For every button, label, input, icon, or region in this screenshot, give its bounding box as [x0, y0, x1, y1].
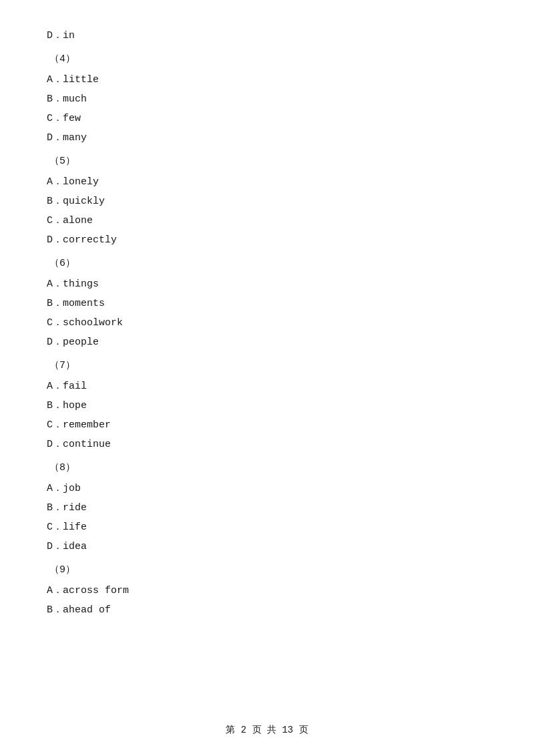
option-c-remember: C．remember — [47, 416, 487, 434]
option-c-schoolwork: C．schoolwork — [47, 314, 487, 332]
option-b-quickly: B．quickly — [47, 192, 487, 210]
option-b-moments: B．moments — [47, 295, 487, 313]
question-6: （6） — [47, 254, 487, 272]
page-content: D．in （4） A．little B．much C．few D．many （5… — [0, 0, 534, 660]
option-c-alone: C．alone — [47, 212, 487, 230]
option-c-few: C．few — [47, 110, 487, 128]
option-b-much: B．much — [47, 90, 487, 108]
question-7: （7） — [47, 357, 487, 375]
option-d-continue: D．continue — [47, 435, 487, 453]
option-d-correctly: D．correctly — [47, 231, 487, 249]
question-4: （4） — [47, 50, 487, 68]
option-a-fail: A．fail — [47, 377, 487, 395]
question-8: （8） — [47, 459, 487, 477]
option-c-life: C．life — [47, 518, 487, 536]
option-d-in: D．in — [47, 27, 487, 45]
option-a-lonely: A．lonely — [47, 173, 487, 191]
option-b-ride: B．ride — [47, 499, 487, 517]
option-b-ahead-of: B．ahead of — [47, 601, 487, 619]
option-d-idea: D．idea — [47, 538, 487, 556]
option-b-hope: B．hope — [47, 397, 487, 415]
option-a-job: A．job — [47, 480, 487, 498]
option-a-across-form: A．across form — [47, 582, 487, 600]
option-a-things: A．things — [47, 275, 487, 293]
option-d-people: D．people — [47, 333, 487, 351]
question-5: （5） — [47, 152, 487, 170]
page-footer: 第 2 页 共 13 页 — [0, 724, 534, 736]
question-9: （9） — [47, 561, 487, 579]
option-d-many: D．many — [47, 129, 487, 147]
option-a-little: A．little — [47, 71, 487, 89]
